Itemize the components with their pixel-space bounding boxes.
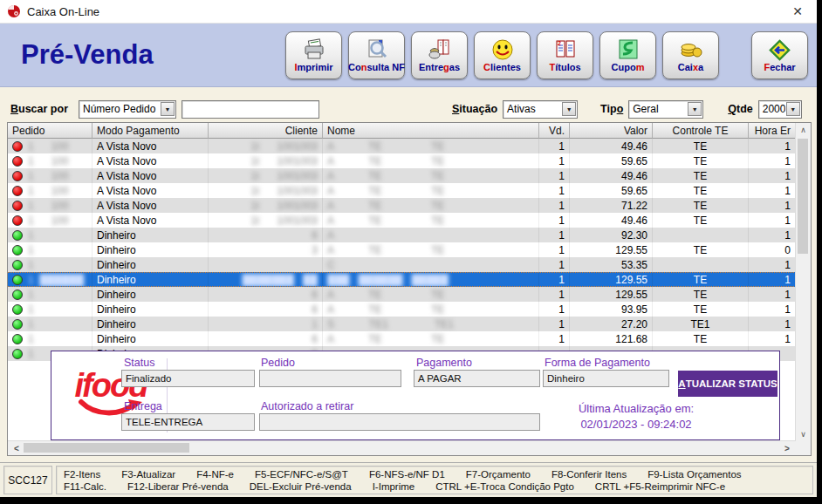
chevron-down-icon[interactable]: ▼	[688, 102, 702, 116]
cupom-label: Cupom	[612, 62, 645, 72]
chevron-down-icon[interactable]: ▼	[786, 102, 800, 116]
scroll-down-icon[interactable]: ∨	[796, 427, 811, 441]
forma-pagamento-field[interactable]: Dinheiro	[543, 370, 669, 387]
col-valor[interactable]: Valor	[570, 123, 653, 139]
buscar-por-label: Buscar por	[10, 103, 68, 115]
titulos-label: Títulos	[549, 62, 580, 72]
table-row[interactable]: 1 100 A Vista Novo 1t 1001003 A TE TE 1 …	[8, 183, 796, 198]
situacao-select[interactable]: Ativas ▼	[503, 100, 578, 119]
pagamento-field[interactable]: A PAGAR	[414, 370, 540, 387]
consulta-nf-button[interactable]: Consulta NF	[348, 31, 405, 79]
situacao-label: Situação	[452, 103, 497, 115]
svg-text:2: 2	[558, 40, 561, 46]
status-dot	[12, 171, 23, 181]
entregas-label: Entregas	[419, 62, 460, 72]
titulos-button[interactable]: 2 Títulos	[537, 31, 593, 79]
shortcut-item: I-Imprime	[373, 481, 415, 492]
scroll-up-icon[interactable]: ∧	[796, 123, 811, 137]
ledger-icon: 2	[553, 38, 578, 61]
table-row[interactable]: 1 100 A Vista Novo 1t 1001003 A TE TE 1 …	[8, 198, 796, 213]
fechar-button[interactable]: Fechar	[751, 31, 808, 79]
search-input[interactable]	[182, 100, 319, 119]
close-diamond-icon	[768, 38, 792, 61]
screen: { "window": { "title": "Caixa On-Line", …	[0, 0, 822, 504]
table-row[interactable]: 1 Dinheiro 6 A TE TE 1 121.68 TE 1	[8, 331, 796, 346]
titlebar: Caixa On-Line ✕	[0, 0, 817, 24]
table-row[interactable]: 1 Dinheiro 6 A 1 92.30 1	[8, 228, 796, 242]
qtde-select[interactable]: 2000 ▼	[758, 100, 802, 119]
status-dot	[12, 319, 23, 330]
forma-pagamento-label: Forma de Pagamento	[545, 357, 650, 369]
col-hora[interactable]: Hora Er	[749, 123, 796, 139]
horizontal-scroll-thumb[interactable]	[24, 443, 189, 453]
col-cliente[interactable]: Cliente	[209, 123, 323, 139]
entrega-field[interactable]: TELE-ENTREGA	[121, 413, 255, 431]
status-dot	[12, 334, 23, 344]
consulta-nf-label: Consulta NF	[348, 62, 405, 72]
page-title: Pré-Venda	[21, 39, 154, 71]
qtde-label: Qtde	[728, 103, 752, 115]
chevron-down-icon[interactable]: ▼	[161, 102, 175, 116]
col-pedido[interactable]: Pedido	[8, 123, 92, 139]
pagamento-label: Pagamento	[416, 357, 472, 369]
shortcut-item: F11-Calc.	[64, 481, 106, 492]
table-row[interactable]: 1 Dinheiro 6 A TE TE 1 93.95 TE 1	[8, 302, 796, 317]
atualizar-status-button[interactable]: ATUALIZAR STATUS	[678, 371, 777, 397]
clientes-label: Clientes	[483, 62, 521, 72]
status-field[interactable]: Finalizado	[121, 370, 255, 387]
autorizado-retirar-field[interactable]	[259, 413, 540, 431]
table-row[interactable]: 1 Dinheiro 3 A TE TE 1 129.55 TE 0	[8, 242, 796, 257]
shortcut-item: F7-Orçamento	[466, 469, 531, 480]
table-row[interactable]: 1 100 A Vista Novo 1t 1001003 A TE TE 1 …	[8, 168, 796, 183]
window-title: Caixa On-Line	[27, 5, 99, 18]
vertical-scroll-thumb[interactable]	[798, 139, 808, 254]
toolbar: Imprimir Consulta NF	[285, 31, 808, 79]
table-row[interactable]: 1 100 A Vista Novo 1t 1001003 A TE TE 1 …	[8, 153, 796, 168]
caixa-label: Caixa	[678, 62, 703, 72]
imprimir-label: Imprimir	[294, 62, 332, 72]
scroll-right-icon[interactable]: >	[780, 441, 794, 455]
buscar-por-select[interactable]: Número Pedido ▼	[79, 100, 176, 119]
imprimir-button[interactable]: Imprimir	[285, 31, 342, 79]
status-dot	[12, 304, 23, 315]
phone-book-icon	[428, 38, 452, 61]
shortcuts-line1: F2-ItensF3-AtualizarF4-NF-eF5-ECF/NFC-e/…	[64, 469, 805, 480]
col-modo-pagamento[interactable]: Modo Pagamento	[92, 123, 209, 139]
status-dot	[12, 245, 23, 255]
col-nome[interactable]: Nome	[323, 123, 539, 139]
table-row[interactable]: 1 Dinheiro 6 A TE TE 1 129.55 TE 1	[8, 287, 796, 302]
table-row[interactable]: 1 100 A Vista Novo 1t 1001003 A TE TE 1 …	[8, 213, 796, 228]
table-row[interactable]: 1 ██████ Dinheiro ███████ ██ ███ ██████ …	[8, 272, 796, 287]
shortcut-item: F12-Liberar Pré-venda	[127, 481, 229, 492]
clientes-button[interactable]: Clientes	[474, 31, 531, 79]
close-icon[interactable]: ✕	[778, 0, 817, 23]
chevron-down-icon[interactable]: ▼	[562, 102, 576, 116]
filter-bar: Buscar por Número Pedido ▼ Situação Ativ…	[0, 87, 817, 124]
header-band: Pré-Venda Imprimir Consulta NF	[0, 24, 817, 87]
table-row[interactable]: 1 Dinheiro 1 S TE1 TE1 1 27.20 TE1 1	[8, 317, 796, 331]
app-window: Caixa On-Line ✕ Pré-Venda Imprimir	[0, 0, 817, 497]
tipo-select[interactable]: Geral ▼	[628, 100, 703, 119]
search-document-icon	[365, 38, 389, 61]
table-row[interactable]: 1 Dinheiro C 1 53.35 1	[8, 257, 796, 272]
status-dot	[12, 186, 23, 196]
status-bar: SCC127 F2-ItensF3-AtualizarF4-NF-eF5-ECF…	[0, 462, 817, 497]
fechar-label: Fechar	[764, 62, 795, 72]
status-code: SCC127	[3, 466, 52, 494]
entregas-button[interactable]: Entregas	[411, 31, 468, 79]
status-dot	[12, 289, 23, 300]
app-icon	[7, 4, 21, 18]
col-controle-te[interactable]: Controle TE	[653, 123, 749, 139]
shortcut-item: F5-ECF/NFC-e/S@T	[255, 469, 348, 480]
status-dot	[12, 230, 23, 241]
shortcut-item: F9-Lista Orçamentos	[647, 469, 741, 480]
col-vd[interactable]: Vd.	[539, 123, 570, 139]
cupom-button[interactable]: Cupom	[599, 31, 656, 79]
scroll-left-icon[interactable]: <	[10, 441, 24, 455]
pedido-field[interactable]	[259, 370, 401, 387]
shortcut-item: CRTL +F5-Reimprimir NFC-e	[595, 481, 725, 492]
caixa-button[interactable]: Caixa	[662, 31, 719, 79]
vertical-scrollbar[interactable]: ∧ ∨	[795, 123, 811, 441]
table-row[interactable]: 1 100 A Vista Novo 1t 1001003 A TE TE 1 …	[8, 139, 796, 153]
horizontal-scrollbar[interactable]: < >	[8, 440, 796, 455]
